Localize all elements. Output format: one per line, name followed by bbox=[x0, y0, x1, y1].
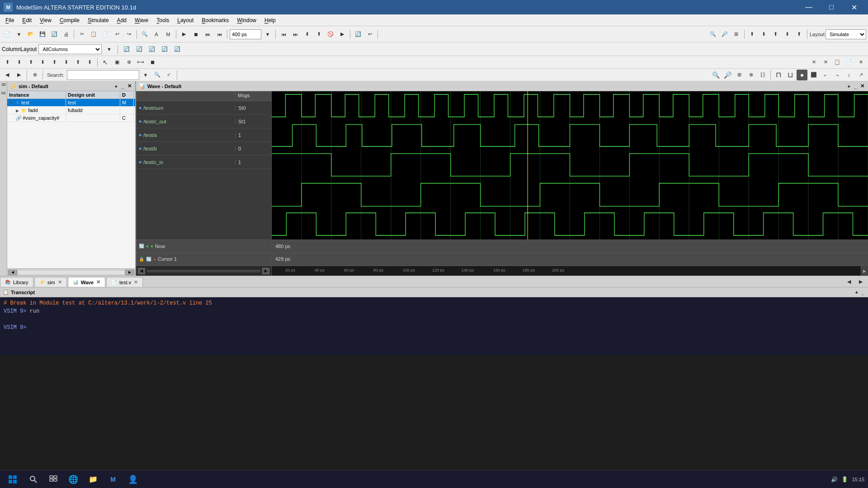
menu-file[interactable]: File bbox=[2, 16, 18, 24]
cursor-signal[interactable]: ◼ bbox=[147, 57, 158, 68]
taskbar-user-btn[interactable]: 👤 bbox=[125, 473, 141, 486]
menu-view[interactable]: View bbox=[36, 16, 55, 24]
wave-close-btn[interactable]: ✕ bbox=[859, 83, 865, 89]
wave-pulse-high[interactable]: ⊓ bbox=[773, 70, 784, 80]
sim-tb-8[interactable]: ⬇ bbox=[84, 57, 95, 68]
tab-testv[interactable]: 📄 test.v ✕ bbox=[106, 277, 143, 287]
tree-cell-test-name[interactable]: ▼ ▼ test bbox=[7, 99, 66, 106]
wave-sig-row-a[interactable]: ◆ /test/a 1 bbox=[136, 128, 271, 142]
maximize-button[interactable]: □ bbox=[821, 0, 842, 14]
search-go-1[interactable]: 🔍 bbox=[152, 70, 163, 80]
wave-fill[interactable]: ■ bbox=[797, 70, 807, 80]
sim-step-button[interactable]: ⏭ bbox=[202, 29, 213, 40]
tab-nav-prev[interactable]: ◀ bbox=[844, 276, 854, 287]
wave-minimize-btn[interactable]: _ bbox=[853, 83, 858, 89]
col-btn-2[interactable]: 🔄 bbox=[134, 44, 145, 55]
left-tab-b[interactable]: B bbox=[1, 83, 6, 86]
sim-run-button[interactable]: ▶ bbox=[179, 29, 189, 40]
taskbar-folder-btn[interactable]: 📁 bbox=[85, 473, 101, 486]
tb-zoom-fit[interactable]: ⊞ bbox=[731, 29, 742, 40]
close-button[interactable]: ✕ bbox=[844, 0, 864, 14]
undo-button[interactable]: ↩ bbox=[112, 29, 123, 40]
col-btn-5[interactable]: 🔄 bbox=[172, 44, 183, 55]
tab-sim[interactable]: ⚡ sim ✕ bbox=[34, 277, 67, 287]
wave-edge-next[interactable]: ↗ bbox=[855, 70, 866, 80]
wave-tb-del[interactable]: ✕ bbox=[855, 57, 866, 68]
new-button[interactable]: 📄 bbox=[2, 29, 13, 40]
left-tab-mi[interactable]: Mi bbox=[1, 91, 6, 95]
taskbar-task-view[interactable] bbox=[45, 473, 61, 486]
wave-tb-copy[interactable]: 📋 bbox=[832, 57, 843, 68]
wave-zoom-out[interactable]: 🔎 bbox=[722, 70, 733, 80]
tb-continue[interactable]: ▶ bbox=[337, 29, 348, 40]
tb-cursor-1[interactable]: ⬆ bbox=[747, 29, 758, 40]
wave-sig-row-cin[interactable]: ◆ /test/c_in 1 bbox=[136, 155, 271, 169]
time-input[interactable] bbox=[230, 29, 261, 39]
layout-select[interactable]: Simulate Debug bbox=[826, 29, 866, 39]
tree-item-test[interactable]: ▼ ▼ test test M bbox=[7, 99, 135, 107]
tb-run-restart[interactable]: 🔄 bbox=[353, 29, 363, 40]
testv-tab-close[interactable]: ✕ bbox=[134, 279, 138, 285]
col-btn-1[interactable]: 🔄 bbox=[121, 44, 132, 55]
wave-expand-btn[interactable]: + bbox=[846, 83, 851, 89]
ruler-scrollbar[interactable] bbox=[147, 270, 260, 272]
wave-zoom-select[interactable]: ⟦⟧ bbox=[757, 70, 768, 80]
menu-window[interactable]: Window bbox=[233, 16, 260, 24]
search-dropdown[interactable]: ▼ bbox=[140, 70, 151, 80]
tab-wave[interactable]: 📊 Wave ✕ bbox=[68, 277, 105, 287]
tb-btn-a[interactable]: A bbox=[151, 29, 162, 40]
tab-library[interactable]: 📚 Library bbox=[0, 277, 33, 287]
tb-cursor-4[interactable]: ⬇ bbox=[782, 29, 793, 40]
tab-nav-next[interactable]: ▶ bbox=[855, 276, 866, 287]
wave-hscroll-right[interactable]: ▶ bbox=[861, 266, 868, 276]
wave-edge-f[interactable]: ¬ bbox=[832, 70, 843, 80]
wave-step-1[interactable]: ⬛ bbox=[808, 70, 819, 80]
time-down-button[interactable]: ▼ bbox=[262, 29, 273, 40]
menu-edit[interactable]: Edit bbox=[19, 16, 35, 24]
tree-item-fadd[interactable]: ▶ 📁 fadd fulladd bbox=[7, 107, 135, 114]
search-input[interactable] bbox=[67, 70, 139, 80]
transcript-body[interactable]: # Break in Module test at C:/altera/13.1… bbox=[0, 297, 868, 355]
wave-sig-row-cout[interactable]: ◆ /test/c_out St1 bbox=[136, 115, 271, 128]
search-go-2[interactable]: ✓ bbox=[164, 70, 175, 80]
tb-break[interactable]: 🚫 bbox=[325, 29, 336, 40]
copy-button[interactable]: 📋 bbox=[88, 29, 99, 40]
wave-edge-r[interactable]: ⌐ bbox=[820, 70, 831, 80]
search-fwd[interactable]: ▶ bbox=[14, 70, 24, 80]
tb-cursor-2[interactable]: ⬇ bbox=[759, 29, 769, 40]
tb-zoom-out[interactable]: 🔎 bbox=[719, 29, 730, 40]
sim-minimize-btn[interactable]: _ bbox=[120, 83, 125, 89]
tree-cell-fadd-name[interactable]: ▶ 📁 fadd bbox=[7, 107, 66, 114]
tb-sim-restart[interactable]: ↩ bbox=[364, 29, 375, 40]
redo-button[interactable]: ↪ bbox=[123, 29, 134, 40]
ruler-scroll-right[interactable]: ▶ bbox=[262, 268, 269, 274]
wave-zoom-full[interactable]: ⊞ bbox=[734, 70, 745, 80]
cut-button[interactable]: ✂ bbox=[76, 29, 87, 40]
sim-tb-2[interactable]: ⬇ bbox=[14, 57, 24, 68]
scroll-right-btn[interactable]: ▶ bbox=[125, 270, 134, 275]
wave-tb-x2[interactable]: ✕ bbox=[820, 57, 831, 68]
wave-tab-close[interactable]: ✕ bbox=[96, 279, 100, 285]
sim-tb-5[interactable]: ⬆ bbox=[49, 57, 60, 68]
sim-expand-btn[interactable]: + bbox=[113, 83, 118, 89]
sim-tab-close[interactable]: ✕ bbox=[58, 279, 62, 285]
cursor-arrow[interactable]: ↖ bbox=[100, 57, 111, 68]
col-btn-3[interactable]: 🔄 bbox=[146, 44, 157, 55]
sim-back-button[interactable]: ⏮ bbox=[214, 29, 225, 40]
search-back[interactable]: ◀ bbox=[2, 70, 13, 80]
find-button[interactable]: 🔍 bbox=[139, 29, 150, 40]
wave-zoom-in[interactable]: 🔍 bbox=[710, 70, 721, 80]
wave-pulse-low[interactable]: ⊔ bbox=[785, 70, 796, 80]
tree-cell-vsim-name[interactable]: 🔗 #vsim_capacity# bbox=[7, 114, 66, 122]
wave-sig-row-b[interactable]: ◆ /test/b 0 bbox=[136, 142, 271, 155]
tb-step-fwd[interactable]: ⏭ bbox=[290, 29, 301, 40]
menu-tools[interactable]: Tools bbox=[153, 16, 173, 24]
sim-tb-4[interactable]: ⬇ bbox=[37, 57, 48, 68]
tb-cursor-3[interactable]: ⬆ bbox=[770, 29, 781, 40]
cursor-zoom[interactable]: ⊕ bbox=[123, 57, 134, 68]
sim-tb-7[interactable]: ⬆ bbox=[72, 57, 83, 68]
menu-layout[interactable]: Layout bbox=[174, 16, 197, 24]
sim-tb-1[interactable]: ⬆ bbox=[2, 57, 13, 68]
menu-bookmarks[interactable]: Bookmarks bbox=[198, 16, 232, 24]
menu-simulate[interactable]: Simulate bbox=[84, 16, 113, 24]
